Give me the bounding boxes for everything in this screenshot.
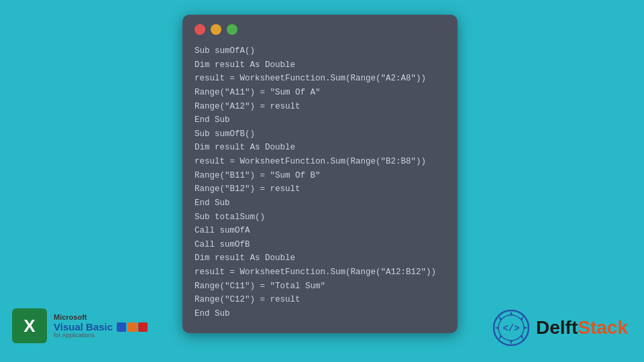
minimize-button[interactable] <box>211 24 221 35</box>
delft-text: Delft <box>536 317 578 338</box>
svg-marker-4 <box>494 326 498 329</box>
delft-stack-icon: </> <box>493 310 529 346</box>
svg-marker-3 <box>510 341 513 345</box>
cube-blue <box>117 322 126 332</box>
vba-text-block: Microsoft Visual Basic for Applications <box>54 313 148 339</box>
vba-cubes <box>117 322 148 332</box>
logo-area-right: </> DelftStack <box>493 310 628 346</box>
excel-icon: X <box>12 308 47 343</box>
delftstack-brand: DelftStack <box>536 317 628 339</box>
close-button[interactable] <box>195 24 205 35</box>
svg-marker-5 <box>524 326 528 329</box>
logo-area-left: X Microsoft Visual Basic for Application… <box>12 308 148 343</box>
traffic-lights <box>195 24 445 35</box>
svg-text:</>: </> <box>502 323 519 334</box>
stack-text: Stack <box>578 317 628 338</box>
svg-marker-2 <box>510 311 513 315</box>
cube-red <box>138 322 148 332</box>
code-window: Sub sumOfA() Dim result As Double result… <box>182 15 458 333</box>
cube-orange <box>127 322 137 332</box>
microsoft-label: Microsoft <box>54 313 148 321</box>
maximize-button[interactable] <box>227 24 237 35</box>
code-block: Sub sumOfA() Dim result As Double result… <box>195 44 445 321</box>
for-apps-label: for Applications <box>54 332 148 339</box>
vb-label: Visual Basic <box>54 322 113 332</box>
